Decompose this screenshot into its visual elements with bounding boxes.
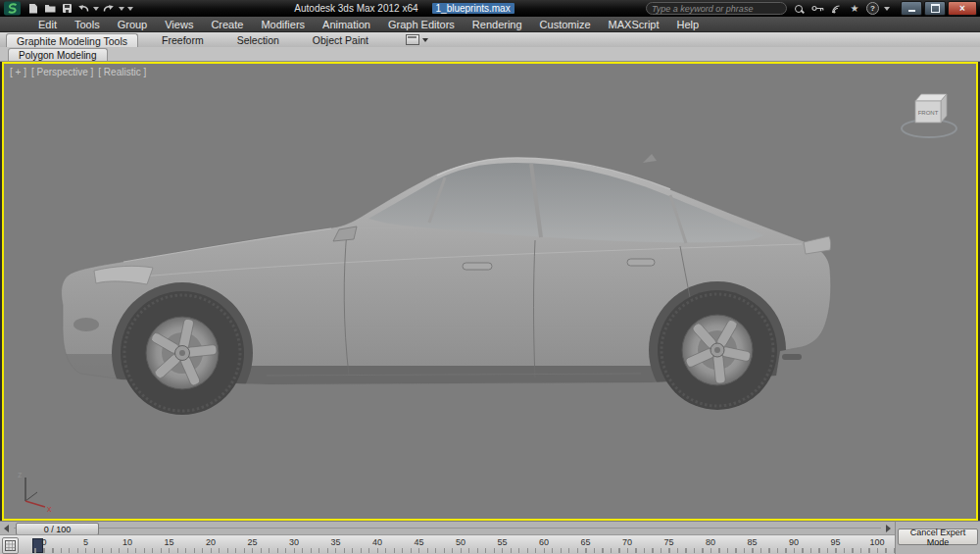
status-corner: Cancel Expert Mode (895, 521, 980, 554)
rear-door-handle (627, 259, 655, 266)
time-slider-bar[interactable]: 0 / 100 (0, 521, 895, 534)
frame-tick-0: 0 (41, 537, 46, 547)
viewport[interactable]: [ + ][ Perspective ][ Realistic ] (2, 62, 978, 521)
infocenter-search[interactable] (646, 2, 787, 15)
headlight (94, 266, 153, 284)
polygon-modeling-panel-tab[interactable]: Polygon Modeling (8, 48, 108, 61)
viewport-shading-menu[interactable]: [ Realistic ] (98, 67, 146, 77)
undo-icon[interactable] (76, 2, 90, 16)
viewport-label-menus: [ + ][ Perspective ][ Realistic ] (10, 67, 151, 77)
folder-icon (45, 5, 56, 13)
frame-tick-95: 95 (830, 537, 840, 547)
toolbar-options-caret-icon[interactable] (127, 7, 133, 14)
ribbon-tab-row: Graphite Modeling ToolsFreeformSelection… (0, 32, 980, 47)
frame-tick-35: 35 (330, 537, 340, 547)
frame-tick-55: 55 (497, 537, 507, 547)
previous-frame-arrow-icon[interactable] (4, 525, 9, 532)
axis-z-label: z (18, 470, 23, 479)
viewcube[interactable]: FRONT (894, 79, 964, 142)
menu-item-views[interactable]: Views (156, 17, 202, 31)
viewport-pov-menu[interactable]: [ Perspective ] (31, 67, 93, 77)
menu-item-rendering[interactable]: Rendering (464, 17, 531, 31)
magnifier-icon (795, 5, 803, 13)
ribbon-options (406, 32, 428, 47)
ribbon-panel-row: Polygon Modeling (0, 47, 980, 62)
rear-wheel[interactable] (658, 290, 777, 410)
next-frame-arrow-icon[interactable] (886, 525, 891, 532)
menu-item-tools[interactable]: Tools (66, 17, 109, 31)
open-filename: 1_blueprints.max (432, 3, 514, 14)
menu-item-create[interactable]: Create (202, 17, 252, 31)
frame-tick-50: 50 (456, 537, 466, 547)
menu-item-group[interactable]: Group (109, 17, 157, 31)
menu-bar: EditToolsGroupViewsCreateModifiersAnimat… (0, 17, 980, 32)
favorites-star-icon[interactable]: ★ (848, 2, 861, 16)
front-door-handle (463, 263, 492, 270)
quick-access-toolbar (0, 1, 133, 16)
car-model[interactable] (4, 64, 976, 519)
menu-item-graph-editors[interactable]: Graph Editors (379, 17, 464, 31)
3dsmax-window: Autodesk 3ds Max 2012 x641_blueprints.ma… (0, 0, 980, 554)
frame-tick-10: 10 (122, 537, 132, 547)
communication-center-icon[interactable] (829, 2, 843, 16)
frame-tick-30: 30 (289, 537, 299, 547)
maximize-button[interactable] (924, 1, 946, 16)
frame-tick-marks (27, 548, 895, 553)
frame-tick-5: 5 (83, 537, 88, 547)
title-bar: Autodesk 3ds Max 2012 x641_blueprints.ma… (0, 0, 980, 17)
menu-item-maxscript[interactable]: MAXScript (600, 17, 668, 31)
save-file-icon[interactable] (60, 2, 74, 16)
subscription-center-icon[interactable] (810, 2, 824, 16)
foglight (74, 318, 99, 331)
new-scene-icon[interactable] (26, 2, 40, 16)
minimize-button[interactable] (901, 1, 922, 16)
redo-icon[interactable] (102, 2, 116, 16)
menu-item-edit[interactable]: Edit (29, 17, 66, 31)
floppy-icon (63, 4, 72, 13)
search-input[interactable] (652, 4, 781, 14)
mini-curve-editor-button[interactable] (2, 537, 19, 554)
ribbon-tab-selection[interactable]: Selection (227, 32, 289, 47)
search-icon[interactable] (792, 2, 806, 16)
infocenter-area: ★ ? × (646, 1, 980, 16)
frame-ruler[interactable]: 0510152025303540455055606570758085909510… (27, 535, 895, 554)
ribbon-options-caret-icon[interactable] (422, 38, 428, 45)
menu-item-customize[interactable]: Customize (531, 17, 600, 31)
menu-item-animation[interactable]: Animation (314, 17, 379, 31)
minimize-icon (908, 10, 915, 12)
frame-tick-15: 15 (164, 537, 173, 547)
frame-tick-100: 100 (869, 537, 884, 547)
frame-tick-85: 85 (747, 537, 757, 547)
app-title-text: Autodesk 3ds Max 2012 x64 (294, 3, 417, 14)
close-button[interactable]: × (948, 1, 977, 16)
curve-grid-icon (5, 540, 16, 551)
front-wheel[interactable] (121, 291, 244, 415)
undo-dropdown-caret-icon[interactable] (93, 7, 99, 14)
ribbon-tab-graphite-modeling-tools[interactable]: Graphite Modeling Tools (6, 33, 138, 47)
cancel-expert-mode-button[interactable]: Cancel Expert Mode (898, 529, 978, 545)
window-controls: × (901, 1, 977, 16)
frame-tick-80: 80 (706, 537, 715, 547)
ribbon-tab-freeform[interactable]: Freeform (152, 32, 214, 47)
menu-item-modifiers[interactable]: Modifiers (252, 17, 314, 31)
ribbon-tab-object-paint[interactable]: Object Paint (303, 32, 378, 47)
help-dropdown-caret-icon[interactable] (884, 7, 890, 14)
frame-tick-20: 20 (206, 537, 216, 547)
viewcube-face-label: FRONT (918, 110, 939, 116)
menu-item-help[interactable]: Help (668, 17, 709, 31)
track-bar[interactable]: 0510152025303540455055606570758085909510… (0, 534, 895, 554)
3dsmax-logo-icon[interactable] (2, 1, 24, 16)
ribbon-tabs: Graphite Modeling ToolsFreeformSelection… (0, 32, 392, 47)
exhaust (782, 354, 802, 360)
world-axis-gizmo: z x (12, 466, 59, 513)
frame-tick-25: 25 (247, 537, 257, 547)
redo-dropdown-caret-icon[interactable] (119, 7, 124, 14)
viewport-general-menu[interactable]: [ + ] (10, 67, 26, 77)
page-icon (29, 4, 37, 14)
ribbon-display-options-icon[interactable] (406, 34, 419, 45)
frame-tick-75: 75 (663, 537, 673, 547)
frame-tick-90: 90 (789, 537, 799, 547)
antenna-fin (643, 154, 657, 163)
open-file-icon[interactable] (43, 2, 57, 16)
help-icon[interactable]: ? (866, 2, 879, 15)
